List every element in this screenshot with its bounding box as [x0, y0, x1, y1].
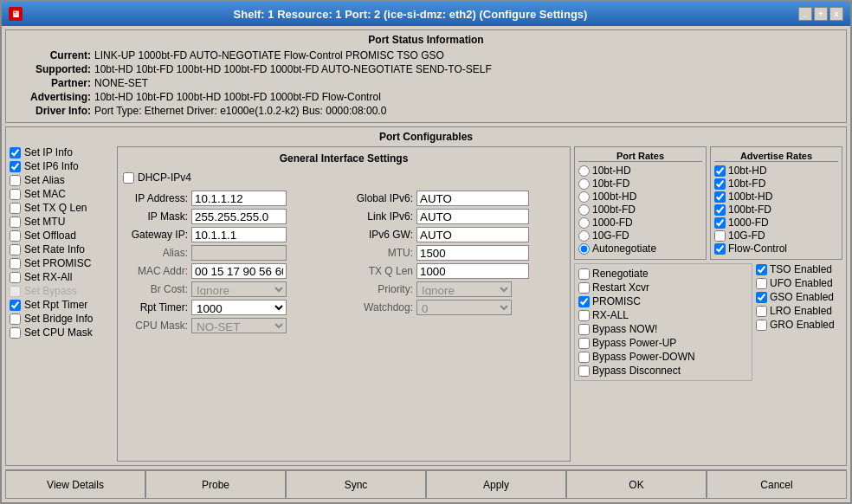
- set-tx-q-len-checkbox[interactable]: [10, 203, 21, 214]
- promisc-checkbox[interactable]: [578, 296, 590, 307]
- view-details-button[interactable]: View Details: [5, 470, 145, 499]
- set-bypass-checkbox: [10, 286, 21, 297]
- set-bridge-info-checkbox[interactable]: [10, 313, 21, 325]
- rx-all-checkbox[interactable]: [578, 310, 590, 321]
- cpu-mask-row: CPU Mask: NO-SET: [123, 318, 339, 333]
- rate-100bt-fd-radio[interactable]: [578, 204, 590, 216]
- port-configurables-panel: Port Configurables Set IP Info Set IP6 I…: [5, 126, 847, 466]
- adv-10bt-fd-checkbox[interactable]: [714, 178, 726, 190]
- probe-button[interactable]: Probe: [145, 470, 286, 499]
- mac-label: MAC Addr:: [123, 265, 188, 277]
- mac-input[interactable]: [191, 263, 287, 279]
- br-cost-select[interactable]: Ignore: [191, 281, 287, 297]
- lro-checkbox[interactable]: [756, 306, 767, 317]
- dhcp-ipv4-checkbox[interactable]: [123, 172, 134, 184]
- maximize-button[interactable]: +: [814, 7, 828, 21]
- rate-1000-fd-radio[interactable]: [578, 217, 590, 229]
- set-promisc-checkbox[interactable]: [10, 258, 21, 269]
- adv-flow-control-checkbox[interactable]: [714, 243, 726, 255]
- close-button[interactable]: x: [829, 7, 843, 21]
- gso-checkbox[interactable]: [756, 292, 767, 303]
- renegotiate-checkbox[interactable]: [578, 268, 590, 280]
- gro-checkbox[interactable]: [756, 320, 767, 331]
- gateway-input[interactable]: [191, 227, 287, 242]
- adv-1000-fd-checkbox[interactable]: [714, 217, 726, 229]
- set-ip6-info-checkbox[interactable]: [10, 161, 21, 172]
- priority-select[interactable]: Ignore: [416, 281, 512, 297]
- rate-autonegotiate-radio[interactable]: [578, 243, 590, 255]
- set-bridge-info-label[interactable]: Set Bridge Info: [10, 313, 113, 325]
- global-ipv6-input[interactable]: [416, 191, 529, 206]
- ip-mask-input[interactable]: [191, 209, 287, 224]
- set-mac-checkbox[interactable]: [10, 189, 21, 200]
- tso-checkbox[interactable]: [756, 264, 767, 275]
- restart-xcvr-checkbox[interactable]: [578, 282, 590, 294]
- bypass-now-label: Bypass NOW!: [592, 323, 657, 335]
- adv-10bt-fd-label: 10bt-FD: [728, 178, 765, 190]
- set-offload-checkbox[interactable]: [10, 230, 21, 242]
- ip-address-input[interactable]: [191, 191, 287, 206]
- set-mac-text: Set MAC: [24, 188, 66, 200]
- set-ip-info-checkbox[interactable]: [10, 147, 21, 158]
- set-bypass-label: Set Bypass: [10, 285, 113, 297]
- rate-10bt-fd-radio[interactable]: [578, 178, 590, 190]
- set-ip6-info-label[interactable]: Set IP6 Info: [10, 160, 113, 172]
- priority-row: Priority: Ignore: [348, 281, 565, 297]
- set-rx-all-checkbox[interactable]: [10, 272, 21, 283]
- rate-10bt-fd-row: 10bt-FD: [578, 178, 702, 190]
- link-ipv6-row: Link IPv6:: [348, 209, 565, 224]
- left-settings-panel: Set IP Info Set IP6 Info Set Alias: [10, 146, 113, 462]
- driver-value: Port Type: Ethernet Driver: e1000e(1.0.2…: [94, 105, 386, 117]
- set-ip-info-label[interactable]: Set IP Info: [10, 146, 113, 158]
- set-alias-label[interactable]: Set Alias: [10, 174, 113, 186]
- rate-100bt-hd-radio[interactable]: [578, 191, 590, 203]
- ok-button[interactable]: OK: [566, 470, 707, 499]
- bypass-now-checkbox[interactable]: [578, 324, 590, 335]
- set-rate-info-label[interactable]: Set Rate Info: [10, 243, 113, 255]
- set-rpt-timer-checkbox[interactable]: [10, 300, 21, 311]
- adv-100bt-fd-checkbox[interactable]: [714, 204, 726, 216]
- set-alias-checkbox[interactable]: [10, 175, 21, 186]
- set-mac-label[interactable]: Set MAC: [10, 188, 113, 200]
- adv-10g-fd-checkbox[interactable]: [714, 230, 726, 242]
- rate-10bt-hd-radio[interactable]: [578, 165, 590, 177]
- bypass-power-up-checkbox[interactable]: [578, 338, 590, 349]
- ipv6-gw-input[interactable]: [416, 227, 529, 242]
- set-promisc-label[interactable]: Set PROMISC: [10, 257, 113, 269]
- rate-1000-fd-label: 1000-FD: [592, 216, 633, 229]
- app-icon: 🖥: [9, 7, 23, 21]
- rate-10g-fd-row: 10G-FD: [578, 229, 702, 242]
- set-rate-info-checkbox[interactable]: [10, 244, 21, 255]
- alias-input[interactable]: [191, 245, 287, 261]
- br-cost-label: Br Cost:: [123, 283, 188, 295]
- adv-10bt-hd-checkbox[interactable]: [714, 165, 726, 177]
- advertise-rates-title: Advertise Rates: [714, 151, 838, 162]
- bypass-disconnect-checkbox[interactable]: [578, 365, 590, 377]
- rpt-timer-select[interactable]: 1000: [191, 300, 287, 315]
- adv-100bt-hd-checkbox[interactable]: [714, 191, 726, 203]
- set-rpt-timer-label[interactable]: Set Rpt Timer: [10, 299, 113, 311]
- cancel-button[interactable]: Cancel: [707, 470, 847, 499]
- set-offload-label[interactable]: Set Offload: [10, 229, 113, 242]
- cpu-mask-select[interactable]: NO-SET: [191, 318, 287, 333]
- renegotiate-label: Renegotiate: [592, 268, 649, 280]
- link-ipv6-input[interactable]: [416, 209, 529, 224]
- tx-q-len-input[interactable]: [416, 263, 529, 279]
- sync-button[interactable]: Sync: [286, 470, 426, 499]
- set-cpu-mask-label[interactable]: Set CPU Mask: [10, 326, 113, 339]
- set-tx-q-len-label[interactable]: Set TX Q Len: [10, 202, 113, 214]
- set-mtu-label[interactable]: Set MTU: [10, 216, 113, 228]
- cpu-mask-label: CPU Mask:: [123, 320, 188, 332]
- mtu-input[interactable]: [416, 245, 529, 261]
- gateway-label: Gateway IP:: [123, 229, 188, 241]
- ufo-checkbox[interactable]: [756, 278, 767, 289]
- bypass-power-down-checkbox[interactable]: [578, 352, 590, 363]
- apply-button[interactable]: Apply: [426, 470, 566, 499]
- set-cpu-mask-checkbox[interactable]: [10, 327, 21, 339]
- rate-10g-fd-radio[interactable]: [578, 230, 590, 242]
- set-rx-all-label[interactable]: Set RX-All: [10, 271, 113, 283]
- set-mtu-checkbox[interactable]: [10, 216, 21, 228]
- minimize-button[interactable]: _: [798, 7, 812, 21]
- rate-10bt-fd-label: 10bt-FD: [592, 178, 629, 190]
- watchdog-select[interactable]: 0: [416, 300, 512, 315]
